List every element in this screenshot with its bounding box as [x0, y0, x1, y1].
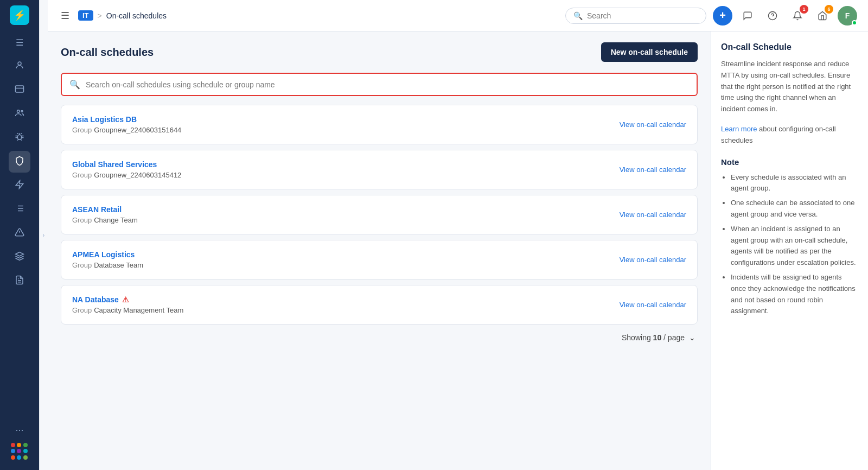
schedule-group-4: Group Capacity Management Team: [72, 306, 183, 314]
schedule-name-1[interactable]: Global Shared Services: [72, 160, 181, 169]
sidebar-item-shield[interactable]: [9, 151, 30, 173]
tickets-icon: [15, 84, 24, 96]
schedule-card-left-2: ASEAN Retail Group Change Team: [72, 205, 138, 224]
group-name-4: Capacity Management Team: [94, 306, 183, 314]
svg-marker-6: [16, 181, 23, 189]
help-button[interactable]: [763, 6, 782, 26]
view-calendar-link-4[interactable]: View on-call calendar: [620, 301, 686, 309]
svg-point-3: [17, 110, 20, 113]
topnav-actions: + 1 6 F: [713, 6, 857, 26]
hamburger-button[interactable]: ☰: [59, 8, 72, 24]
right-panel-description: Streamline incident response and reduce …: [721, 59, 858, 115]
logo-icon: ⚡: [14, 9, 25, 21]
schedule-name-3[interactable]: APMEA Logistics: [72, 250, 143, 259]
right-panel-title: On-call Schedule: [721, 42, 858, 52]
sidebar-item-agents[interactable]: [9, 103, 30, 125]
chevron-right-icon: ›: [43, 232, 44, 238]
view-calendar-link-3[interactable]: View on-call calendar: [620, 256, 686, 264]
sidebar-item-alert[interactable]: [9, 223, 30, 244]
notification-badge: 1: [800, 5, 808, 14]
global-search-bar[interactable]: 🔍: [565, 8, 706, 24]
sidebar-item-lightning[interactable]: [9, 175, 30, 196]
svg-rect-1: [16, 86, 24, 92]
group-name-1: Groupnew_2240603145412: [94, 171, 181, 179]
pagination-text: Showing 10 / page: [622, 333, 685, 342]
marketplace-button[interactable]: 6: [813, 6, 832, 26]
shield-icon: [15, 156, 24, 168]
home-icon: ☰: [16, 37, 23, 48]
avatar-initials: F: [845, 11, 850, 20]
sidebar-item-home[interactable]: ☰: [9, 31, 30, 53]
top-navigation: ☰ IT > On-call schedules 🔍 + 1: [48, 0, 868, 31]
sidebar-apps-grid[interactable]: [11, 443, 28, 460]
schedule-name-0[interactable]: Asia Logistics DB: [72, 115, 181, 124]
svg-marker-15: [16, 252, 24, 257]
reports-icon: [15, 275, 24, 287]
schedule-card-1: Global Shared Services Group Groupnew_22…: [61, 150, 698, 189]
schedule-card-left-1: Global Shared Services Group Groupnew_22…: [72, 160, 181, 179]
online-status-dot: [852, 20, 857, 26]
schedule-search-box[interactable]: 🔍: [61, 73, 698, 96]
group-label-0: Group: [72, 126, 92, 134]
schedule-search-input[interactable]: [86, 80, 689, 89]
group-name-2: Change Team: [94, 216, 138, 224]
sidebar-item-reports[interactable]: [9, 270, 30, 292]
learn-more-link[interactable]: Learn more: [721, 125, 757, 133]
sidebar-item-layers[interactable]: [9, 246, 30, 268]
alert-icon: [15, 227, 24, 239]
contacts-icon: [15, 60, 24, 72]
pagination-chevron[interactable]: ⌄: [689, 333, 695, 342]
svg-point-0: [18, 62, 21, 65]
schedule-name-4[interactable]: NA Database ⚠: [72, 295, 183, 304]
agents-icon: [15, 108, 24, 120]
schedule-name-2[interactable]: ASEAN Retail: [72, 205, 138, 214]
breadcrumb: IT > On-call schedules: [78, 10, 167, 21]
view-calendar-link-1[interactable]: View on-call calendar: [620, 166, 686, 174]
group-label-2: Group: [72, 216, 92, 224]
lightning-icon: [15, 180, 24, 192]
sidebar-item-bugs[interactable]: [9, 127, 30, 149]
app-logo[interactable]: ⚡: [10, 5, 29, 25]
group-label-4: Group: [72, 306, 92, 314]
schedule-card-3: APMEA Logistics Group Database Team View…: [61, 240, 698, 280]
view-calendar-link-0[interactable]: View on-call calendar: [620, 120, 686, 129]
right-panel-notes: Every schedule is associated with an age…: [721, 172, 858, 317]
group-name-3: Database Team: [94, 261, 143, 269]
sidebar-collapse-handle[interactable]: ›: [39, 0, 48, 470]
notifications-button[interactable]: 1: [788, 6, 807, 26]
note-item-3: Incidents will be assigned to agents onc…: [731, 272, 858, 317]
svg-point-4: [21, 111, 23, 112]
add-button[interactable]: +: [713, 6, 732, 26]
schedule-group-3: Group Database Team: [72, 261, 143, 269]
schedule-search-icon: 🔍: [69, 79, 80, 90]
breadcrumb-separator: >: [98, 11, 102, 20]
chat-button[interactable]: [738, 6, 757, 26]
list-header: On-call schedules New on-call schedule: [61, 42, 698, 62]
main-area: ☰ IT > On-call schedules 🔍 + 1: [48, 0, 868, 470]
sidebar-item-contacts[interactable]: [9, 55, 30, 77]
sidebar: ⚡ ☰: [0, 0, 39, 470]
sidebar-item-list[interactable]: [9, 199, 30, 220]
search-icon: 🔍: [573, 11, 583, 20]
warning-icon-4: ⚠: [122, 295, 129, 304]
learn-more-line: Learn more about configuring on-call sch…: [721, 124, 858, 147]
right-panel-note-title: Note: [721, 157, 858, 167]
bugs-icon: [15, 132, 24, 144]
global-search-input[interactable]: [587, 11, 698, 20]
list-icon: [15, 204, 24, 215]
group-label-3: Group: [72, 261, 92, 269]
user-avatar[interactable]: F: [838, 6, 857, 26]
group-name-0: Groupnew_2240603151644: [94, 126, 181, 134]
schedule-card-2: ASEAN Retail Group Change Team View on-c…: [61, 195, 698, 234]
schedule-group-2: Group Change Team: [72, 216, 138, 224]
content-area: On-call schedules New on-call schedule 🔍…: [48, 31, 868, 470]
schedule-card-left-3: APMEA Logistics Group Database Team: [72, 250, 143, 269]
sidebar-item-tickets[interactable]: [9, 79, 30, 101]
schedule-card-left-4: NA Database ⚠ Group Capacity Management …: [72, 295, 183, 314]
view-calendar-link-2[interactable]: View on-call calendar: [620, 211, 686, 219]
new-schedule-button[interactable]: New on-call schedule: [601, 42, 698, 62]
note-item-1: One schedule can be associated to one ag…: [731, 198, 858, 220]
breadcrumb-it-badge[interactable]: IT: [78, 10, 93, 21]
note-item-2: When an incident is assigned to an agent…: [731, 224, 858, 269]
sidebar-more-button[interactable]: ···: [9, 419, 30, 441]
